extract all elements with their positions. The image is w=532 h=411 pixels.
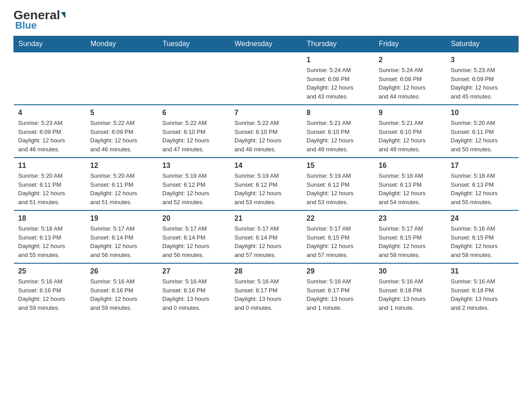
calendar-header-cell: Tuesday — [158, 36, 230, 52]
calendar-week-row: 25Sunrise: 5:16 AM Sunset: 6:16 PM Dayli… — [14, 263, 519, 316]
day-number: 17 — [451, 162, 514, 170]
day-info: Sunrise: 5:24 AM Sunset: 6:08 PM Dayligh… — [379, 66, 442, 101]
calendar-day-cell — [14, 52, 86, 105]
calendar-day-cell: 1Sunrise: 5:24 AM Sunset: 6:08 PM Daylig… — [302, 52, 374, 105]
day-info: Sunrise: 5:17 AM Sunset: 6:14 PM Dayligh… — [163, 224, 226, 259]
calendar-day-cell — [158, 52, 230, 105]
day-info: Sunrise: 5:18 AM Sunset: 6:13 PM Dayligh… — [379, 171, 442, 206]
day-number: 13 — [163, 162, 226, 170]
day-info: Sunrise: 5:16 AM Sunset: 6:16 PM Dayligh… — [18, 277, 82, 312]
day-number: 6 — [163, 109, 226, 117]
day-info: Sunrise: 5:16 AM Sunset: 6:18 PM Dayligh… — [379, 277, 442, 312]
day-info: Sunrise: 5:20 AM Sunset: 6:11 PM Dayligh… — [90, 171, 154, 206]
calendar-header-cell: Friday — [374, 36, 446, 52]
calendar-day-cell: 6Sunrise: 5:22 AM Sunset: 6:10 PM Daylig… — [158, 105, 230, 158]
day-info: Sunrise: 5:21 AM Sunset: 6:10 PM Dayligh… — [307, 119, 370, 154]
day-info: Sunrise: 5:16 AM Sunset: 6:17 PM Dayligh… — [235, 277, 298, 312]
day-number: 14 — [235, 162, 298, 170]
calendar-day-cell — [86, 52, 158, 105]
calendar-day-cell: 21Sunrise: 5:17 AM Sunset: 6:14 PM Dayli… — [230, 210, 302, 263]
day-number: 1 — [307, 56, 370, 64]
calendar-day-cell: 12Sunrise: 5:20 AM Sunset: 6:11 PM Dayli… — [86, 158, 158, 210]
calendar-day-cell: 22Sunrise: 5:17 AM Sunset: 6:15 PM Dayli… — [302, 210, 374, 263]
day-info: Sunrise: 5:17 AM Sunset: 6:15 PM Dayligh… — [379, 224, 442, 259]
day-number: 26 — [90, 267, 154, 275]
day-info: Sunrise: 5:16 AM Sunset: 6:16 PM Dayligh… — [163, 277, 226, 312]
day-info: Sunrise: 5:22 AM Sunset: 6:10 PM Dayligh… — [235, 119, 298, 154]
calendar-day-cell: 28Sunrise: 5:16 AM Sunset: 6:17 PM Dayli… — [230, 263, 302, 316]
calendar-week-row: 11Sunrise: 5:20 AM Sunset: 6:11 PM Dayli… — [14, 158, 519, 210]
calendar-header-row: SundayMondayTuesdayWednesdayThursdayFrid… — [14, 36, 519, 52]
calendar-table: SundayMondayTuesdayWednesdayThursdayFrid… — [13, 36, 519, 316]
logo-arrow-icon — [61, 12, 65, 18]
calendar-day-cell: 25Sunrise: 5:16 AM Sunset: 6:16 PM Dayli… — [14, 263, 86, 316]
calendar-week-row: 1Sunrise: 5:24 AM Sunset: 6:08 PM Daylig… — [14, 52, 519, 105]
calendar-day-cell: 4Sunrise: 5:23 AM Sunset: 6:09 PM Daylig… — [14, 105, 86, 158]
day-number: 23 — [379, 214, 442, 223]
day-info: Sunrise: 5:16 AM Sunset: 6:16 PM Dayligh… — [90, 277, 154, 312]
day-number: 24 — [451, 214, 514, 223]
day-info: Sunrise: 5:23 AM Sunset: 6:09 PM Dayligh… — [18, 119, 82, 154]
day-info: Sunrise: 5:19 AM Sunset: 6:12 PM Dayligh… — [235, 171, 298, 206]
day-info: Sunrise: 5:17 AM Sunset: 6:15 PM Dayligh… — [307, 224, 370, 259]
day-number: 29 — [307, 267, 370, 275]
calendar-day-cell: 13Sunrise: 5:19 AM Sunset: 6:12 PM Dayli… — [158, 158, 230, 210]
calendar-day-cell: 18Sunrise: 5:18 AM Sunset: 6:13 PM Dayli… — [14, 210, 86, 263]
calendar-body: 1Sunrise: 5:24 AM Sunset: 6:08 PM Daylig… — [14, 52, 519, 316]
day-number: 10 — [451, 109, 514, 117]
day-number: 8 — [307, 109, 370, 117]
day-number: 4 — [18, 109, 82, 117]
calendar-header-cell: Saturday — [446, 36, 519, 52]
day-number: 9 — [379, 109, 442, 117]
day-info: Sunrise: 5:18 AM Sunset: 6:13 PM Dayligh… — [451, 171, 514, 206]
day-info: Sunrise: 5:19 AM Sunset: 6:12 PM Dayligh… — [307, 171, 370, 206]
day-number: 16 — [379, 162, 442, 170]
calendar-day-cell: 29Sunrise: 5:16 AM Sunset: 6:17 PM Dayli… — [302, 263, 374, 316]
day-number: 5 — [90, 109, 154, 117]
day-number: 19 — [90, 214, 154, 223]
calendar-day-cell: 14Sunrise: 5:19 AM Sunset: 6:12 PM Dayli… — [230, 158, 302, 210]
calendar-day-cell: 8Sunrise: 5:21 AM Sunset: 6:10 PM Daylig… — [302, 105, 374, 158]
calendar-day-cell: 17Sunrise: 5:18 AM Sunset: 6:13 PM Dayli… — [446, 158, 519, 210]
day-info: Sunrise: 5:22 AM Sunset: 6:09 PM Dayligh… — [90, 119, 154, 154]
day-number: 25 — [18, 267, 82, 275]
calendar-day-cell: 19Sunrise: 5:17 AM Sunset: 6:14 PM Dayli… — [86, 210, 158, 263]
day-info: Sunrise: 5:16 AM Sunset: 6:18 PM Dayligh… — [451, 277, 514, 312]
calendar-day-cell: 31Sunrise: 5:16 AM Sunset: 6:18 PM Dayli… — [446, 263, 519, 316]
calendar-day-cell: 10Sunrise: 5:20 AM Sunset: 6:11 PM Dayli… — [446, 105, 519, 158]
day-number: 30 — [379, 267, 442, 275]
calendar-header-cell: Monday — [86, 36, 158, 52]
day-number: 7 — [235, 109, 298, 117]
calendar-header-cell: Thursday — [302, 36, 374, 52]
day-info: Sunrise: 5:21 AM Sunset: 6:10 PM Dayligh… — [379, 119, 442, 154]
calendar-day-cell: 2Sunrise: 5:24 AM Sunset: 6:08 PM Daylig… — [374, 52, 446, 105]
calendar-header-cell: Wednesday — [230, 36, 302, 52]
day-info: Sunrise: 5:19 AM Sunset: 6:12 PM Dayligh… — [163, 171, 226, 206]
calendar-day-cell: 30Sunrise: 5:16 AM Sunset: 6:18 PM Dayli… — [374, 263, 446, 316]
day-number: 20 — [163, 214, 226, 223]
page-header: General Blue — [13, 9, 519, 31]
day-number: 11 — [18, 162, 82, 170]
calendar-header-cell: Sunday — [14, 36, 86, 52]
day-number: 18 — [18, 214, 82, 223]
calendar-day-cell: 7Sunrise: 5:22 AM Sunset: 6:10 PM Daylig… — [230, 105, 302, 158]
calendar-day-cell: 9Sunrise: 5:21 AM Sunset: 6:10 PM Daylig… — [374, 105, 446, 158]
day-number: 27 — [163, 267, 226, 275]
calendar-week-row: 18Sunrise: 5:18 AM Sunset: 6:13 PM Dayli… — [14, 210, 519, 263]
calendar-day-cell: 27Sunrise: 5:16 AM Sunset: 6:16 PM Dayli… — [158, 263, 230, 316]
day-number: 3 — [451, 56, 514, 64]
calendar-day-cell: 16Sunrise: 5:18 AM Sunset: 6:13 PM Dayli… — [374, 158, 446, 210]
day-number: 12 — [90, 162, 154, 170]
day-number: 15 — [307, 162, 370, 170]
day-number: 31 — [451, 267, 514, 275]
day-info: Sunrise: 5:20 AM Sunset: 6:11 PM Dayligh… — [18, 171, 82, 206]
day-info: Sunrise: 5:17 AM Sunset: 6:14 PM Dayligh… — [90, 224, 154, 259]
calendar-day-cell: 15Sunrise: 5:19 AM Sunset: 6:12 PM Dayli… — [302, 158, 374, 210]
calendar-day-cell: 11Sunrise: 5:20 AM Sunset: 6:11 PM Dayli… — [14, 158, 86, 210]
calendar-day-cell: 5Sunrise: 5:22 AM Sunset: 6:09 PM Daylig… — [86, 105, 158, 158]
calendar-day-cell: 23Sunrise: 5:17 AM Sunset: 6:15 PM Dayli… — [374, 210, 446, 263]
calendar-day-cell: 26Sunrise: 5:16 AM Sunset: 6:16 PM Dayli… — [86, 263, 158, 316]
calendar-day-cell: 20Sunrise: 5:17 AM Sunset: 6:14 PM Dayli… — [158, 210, 230, 263]
day-info: Sunrise: 5:22 AM Sunset: 6:10 PM Dayligh… — [163, 119, 226, 154]
day-info: Sunrise: 5:16 AM Sunset: 6:15 PM Dayligh… — [451, 224, 514, 259]
